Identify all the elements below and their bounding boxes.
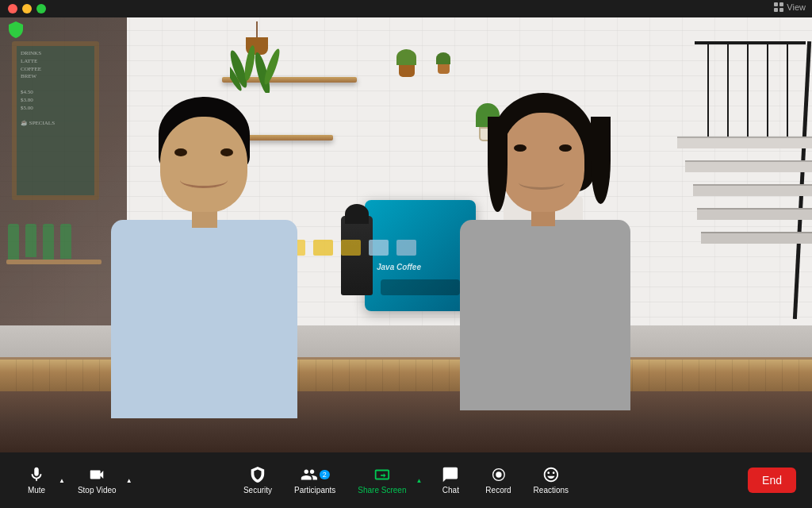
person-left xyxy=(95,65,317,406)
security-shield xyxy=(8,21,24,41)
minimize-button[interactable] xyxy=(22,4,32,13)
security-icon xyxy=(249,466,266,483)
stair-4 xyxy=(697,208,812,220)
person-right xyxy=(444,81,650,398)
baluster-3 xyxy=(747,44,749,137)
person-right-hair-left xyxy=(488,117,508,212)
person-right-hair-right xyxy=(591,117,611,204)
plant-shelf-right xyxy=(396,49,416,77)
baluster-1 xyxy=(787,44,788,137)
person-left-face xyxy=(160,117,247,212)
svg-rect-0 xyxy=(774,2,778,6)
chat-icon xyxy=(442,466,459,483)
participants-badge: 2 xyxy=(320,470,330,479)
stair-1 xyxy=(677,137,812,148)
record-label: Record xyxy=(485,486,511,495)
reactions-label: Reactions xyxy=(534,486,569,495)
stair-5 xyxy=(701,232,812,244)
toolbar-right: End xyxy=(748,468,796,493)
participants-label: Participants xyxy=(294,486,335,495)
stair-railing-vertical xyxy=(793,41,811,319)
svg-point-5 xyxy=(496,471,501,477)
reactions-button[interactable]: Reactions xyxy=(526,461,576,499)
maximize-button[interactable] xyxy=(36,4,46,13)
plant-shelf-right-2 xyxy=(436,52,450,74)
stop-video-group: Stop Video ▲ xyxy=(70,461,134,499)
view-label: View xyxy=(787,2,806,12)
video-background: DRINKSLATTECOFFEEBREW$4.50$3.80$5.00☕ SP… xyxy=(0,17,812,452)
stair-rail-top xyxy=(695,41,806,44)
toolbar-center: Security 2 Participants Share Screen ▲ xyxy=(236,461,576,499)
mute-arrow[interactable]: ▲ xyxy=(57,477,67,484)
shield-icon xyxy=(8,21,24,38)
stair-2 xyxy=(685,160,812,172)
person-right-face xyxy=(501,113,584,212)
share-screen-button[interactable]: Share Screen xyxy=(350,461,414,499)
bottle-2 xyxy=(25,224,36,257)
share-screen-arrow[interactable]: ▲ xyxy=(414,477,423,484)
close-button[interactable] xyxy=(8,4,17,13)
bottle-4 xyxy=(60,224,71,259)
mic-icon xyxy=(28,466,45,483)
person-right-cardigan xyxy=(460,220,630,410)
share-screen-icon xyxy=(373,466,391,483)
chat-label: Chat xyxy=(442,486,459,495)
bottle-1 xyxy=(8,224,19,260)
bottle-3 xyxy=(43,224,54,262)
participants-icon-container: 2 xyxy=(301,466,330,483)
svg-rect-3 xyxy=(779,8,783,12)
video-icon xyxy=(88,466,105,483)
traffic-lights xyxy=(8,4,46,13)
view-button[interactable]: View xyxy=(773,2,806,13)
svg-rect-1 xyxy=(779,2,783,6)
share-screen-group: Share Screen ▲ xyxy=(350,461,423,499)
share-screen-label: Share Screen xyxy=(358,486,406,495)
participants-icon xyxy=(301,466,318,483)
participants-button[interactable]: 2 Participants xyxy=(286,461,343,499)
bottles-shelf xyxy=(8,224,71,262)
stair-3 xyxy=(693,184,812,196)
view-icon xyxy=(773,2,784,13)
toolbar-left: Mute ▲ Stop Video ▲ xyxy=(16,461,134,499)
stop-video-button[interactable]: Stop Video xyxy=(70,461,124,499)
title-bar: View xyxy=(0,0,812,17)
video-arrow[interactable]: ▲ xyxy=(124,477,134,484)
video-area: DRINKSLATTECOFFEEBREW$4.50$3.80$5.00☕ SP… xyxy=(0,17,812,452)
shelf-left xyxy=(6,260,102,264)
end-button[interactable]: End xyxy=(748,468,796,493)
record-button[interactable]: Record xyxy=(477,461,519,499)
mute-button[interactable]: Mute xyxy=(16,461,57,499)
toolbar: Mute ▲ Stop Video ▲ Security xyxy=(0,452,812,508)
svg-rect-2 xyxy=(774,8,778,12)
chalk-text: DRINKSLATTECOFFEEBREW$4.50$3.80$5.00☕ SP… xyxy=(17,46,94,132)
hanging-plant xyxy=(246,21,268,55)
baluster-2 xyxy=(767,44,768,137)
reactions-icon xyxy=(542,466,560,483)
mute-label: Mute xyxy=(28,486,45,495)
chalkboard: DRINKSLATTECOFFEEBREW$4.50$3.80$5.00☕ SP… xyxy=(12,41,99,200)
machine-brand: Java Coffee xyxy=(377,263,421,271)
security-label: Security xyxy=(243,486,272,495)
mute-group: Mute ▲ xyxy=(16,461,67,499)
coffee-grinder xyxy=(341,216,373,295)
baluster-5 xyxy=(707,44,709,137)
record-icon xyxy=(489,466,507,483)
baluster-4 xyxy=(727,44,729,137)
security-button[interactable]: Security xyxy=(236,461,280,499)
chat-button[interactable]: Chat xyxy=(430,461,471,499)
person-left-body xyxy=(111,220,297,418)
stop-video-label: Stop Video xyxy=(78,486,117,495)
